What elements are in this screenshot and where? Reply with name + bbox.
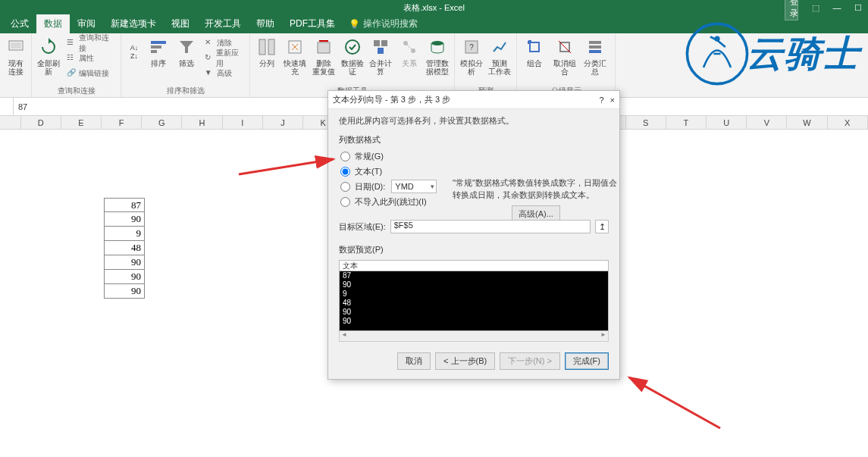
tab-developer[interactable]: 开发工具 — [197, 14, 249, 33]
close-icon[interactable]: × — [610, 95, 615, 105]
tab-review[interactable]: 审阅 — [70, 14, 103, 33]
edit-links-button[interactable]: 🔗编辑链接 — [65, 67, 116, 80]
subtotal-button[interactable]: 分类汇总 — [581, 35, 609, 76]
date-format-select[interactable]: YMD — [391, 180, 437, 193]
svg-rect-4 — [151, 50, 157, 53]
data-cell[interactable]: 87 — [104, 198, 145, 212]
svg-rect-21 — [589, 45, 601, 49]
data-validation-button[interactable]: 数据验 证 — [339, 35, 366, 76]
data-cell[interactable]: 48 — [104, 241, 145, 255]
dialog-hint: 使用此屏内容可选择各列，并设置其数据格式。 — [339, 115, 609, 127]
tab-pdf[interactable]: PDF工具集 — [282, 14, 343, 33]
data-model-button[interactable]: 管理数 据模型 — [424, 35, 451, 76]
svg-point-26 — [714, 36, 719, 42]
dialog-titlebar: 文本分列向导 - 第 3 步，共 3 步 ? × — [328, 91, 619, 109]
bulb-icon: 💡 — [349, 19, 360, 30]
maximize-icon[interactable]: ☐ — [851, 3, 865, 13]
advanced-filter-button[interactable]: ▼高级 — [203, 67, 245, 80]
minimize-icon[interactable]: — — [830, 3, 844, 12]
svg-rect-8 — [318, 42, 330, 53]
preview-data-rows: 87 90 9 48 90 90 — [340, 271, 608, 330]
col-header[interactable]: I — [223, 116, 263, 129]
back-button[interactable]: < 上一步(B) — [435, 352, 495, 370]
col-header[interactable]: W — [787, 116, 827, 129]
col-header-blank[interactable] — [0, 116, 21, 129]
remove-duplicates-button[interactable]: 删除 重复值 — [310, 35, 337, 76]
preview-scrollbar[interactable] — [339, 331, 609, 342]
col-header[interactable]: E — [61, 116, 102, 129]
connections-options: ☰查询和连接 ☷属性 🔗编辑链接 — [64, 35, 118, 82]
filter-options: ✕清除 ↻重新应用 ▼高级 — [202, 35, 246, 82]
col-header[interactable]: H — [182, 116, 222, 129]
tell-me-search[interactable]: 💡 操作说明搜索 — [343, 14, 424, 33]
formula-content[interactable]: 87 — [14, 102, 27, 111]
data-cell[interactable]: 9 — [104, 227, 145, 241]
svg-rect-22 — [589, 50, 601, 53]
col-header[interactable]: D — [21, 116, 61, 129]
svg-rect-6 — [268, 39, 274, 55]
existing-connections-button[interactable]: 现有 连接 — [3, 35, 28, 76]
svg-rect-10 — [374, 40, 380, 46]
sort-az-button[interactable]: A↓Z↓ — [124, 35, 144, 70]
cancel-button[interactable]: 取消 — [397, 352, 431, 370]
what-if-button[interactable]: ?模拟分析 — [458, 35, 485, 76]
svg-rect-18 — [530, 42, 539, 52]
svg-rect-2 — [151, 41, 166, 44]
forecast-sheet-button[interactable]: 预测 工作表 — [487, 35, 514, 76]
window-controls: 登录 ⬚ — ☐ — [785, 0, 865, 20]
data-cell[interactable]: 90 — [104, 255, 145, 270]
svg-rect-12 — [378, 48, 384, 54]
tab-help[interactable]: 帮助 — [249, 14, 282, 33]
text-to-columns-button[interactable]: 分列 — [253, 35, 280, 67]
svg-rect-20 — [589, 41, 601, 44]
col-header[interactable]: J — [263, 116, 303, 129]
svg-rect-3 — [151, 45, 161, 49]
column-format-label: 列数据格式 — [339, 134, 609, 146]
data-cell[interactable]: 90 — [104, 270, 145, 284]
radio-general[interactable]: 常规(G) — [340, 149, 609, 164]
col-header[interactable]: U — [707, 116, 747, 129]
refresh-all-button[interactable]: 全部刷新 — [35, 35, 62, 76]
finish-button[interactable]: 完成(F) — [565, 352, 609, 370]
svg-point-9 — [346, 40, 359, 54]
preview-label: 数据预览(P) — [339, 244, 609, 255]
ungroup-button[interactable]: 取消组合 — [550, 35, 579, 76]
sort-button[interactable]: 排序 — [146, 35, 172, 67]
preview-column-header[interactable]: 文本 — [340, 261, 608, 271]
window-title: 表格.xlsx - Excel — [403, 2, 465, 14]
group-label-sort-filter: 排序和筛选 — [124, 86, 246, 96]
name-box[interactable] — [0, 98, 14, 115]
tab-custom[interactable]: 新建选项卡 — [103, 14, 164, 33]
watermark-text: 云骑士 — [747, 30, 860, 78]
tab-formulas[interactable]: 公式 — [3, 14, 36, 33]
svg-rect-11 — [381, 40, 387, 46]
col-header[interactable]: T — [666, 116, 707, 129]
col-header[interactable]: S — [626, 116, 666, 129]
help-button[interactable]: ? — [599, 95, 603, 105]
watermark-logo-icon — [683, 20, 751, 88]
svg-rect-5 — [259, 39, 265, 55]
ribbon-options-icon[interactable]: ⬚ — [809, 3, 823, 13]
properties-button[interactable]: ☷属性 — [65, 52, 116, 65]
queries-connections-button[interactable]: ☰查询和连接 — [65, 36, 116, 50]
destination-input[interactable]: $F$5 — [390, 220, 591, 233]
group-button[interactable]: 组合 — [520, 35, 549, 67]
reapply-button[interactable]: ↻重新应用 — [203, 52, 245, 65]
col-header[interactable]: G — [142, 116, 182, 129]
next-button[interactable]: 下一步(N) > — [500, 352, 560, 370]
consolidate-button[interactable]: 合并计算 — [367, 35, 394, 76]
tab-view[interactable]: 视图 — [164, 14, 197, 33]
relationships-button[interactable]: 关系 — [396, 35, 423, 67]
group-label-connections: 查询和连接 — [35, 86, 118, 96]
tab-data[interactable]: 数据 — [36, 14, 70, 33]
data-cell[interactable]: 90 — [104, 284, 145, 299]
col-header[interactable]: F — [102, 116, 142, 129]
svg-text:?: ? — [469, 43, 474, 52]
data-cell[interactable]: 90 — [104, 212, 145, 227]
svg-rect-1 — [11, 42, 21, 49]
filter-button[interactable]: 筛选 — [174, 35, 200, 67]
col-header[interactable]: X — [828, 116, 868, 129]
flash-fill-button[interactable]: 快速填充 — [282, 35, 309, 76]
login-button[interactable]: 登录 — [785, 0, 798, 20]
col-header[interactable]: V — [747, 116, 787, 129]
